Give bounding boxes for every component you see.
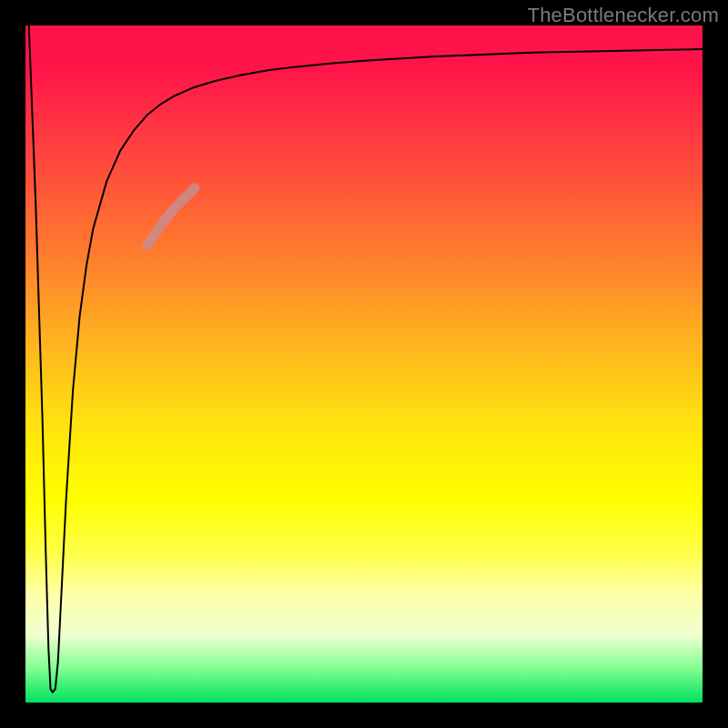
attribution-text: TheBottlenecker.com xyxy=(528,4,719,27)
bottleneck-curve-line xyxy=(29,25,703,693)
plot-area xyxy=(25,25,703,703)
highlight-segment xyxy=(147,188,195,246)
curve-layer xyxy=(25,25,703,703)
bottleneck-chart: TheBottlenecker.com xyxy=(0,0,728,728)
